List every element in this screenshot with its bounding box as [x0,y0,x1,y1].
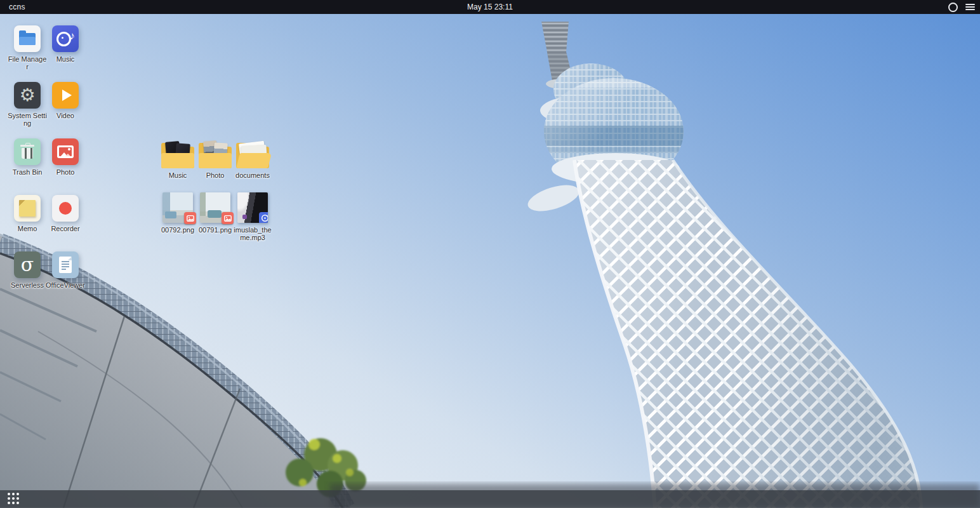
folder-icon [198,140,232,168]
desktop-icon-music-app[interactable]: ♪ Music [46,25,85,63]
photo-app-icon [52,138,79,165]
icon-label: documents [235,171,270,179]
desktop-icon-officeviewer[interactable]: OfficeViewer [46,251,85,289]
clock[interactable]: May 15 23:11 [467,3,513,11]
folder-icon [161,140,195,168]
app-grid-launcher-icon[interactable] [8,493,20,505]
desktop: ccns May 15 23:11 File Manager ♪ Music ⚙… [0,0,980,508]
desktop-icon-memo[interactable]: Memo [8,195,47,232]
desktop-file-00791-png[interactable]: 00791.png [195,192,235,234]
icon-label: Memo [18,225,37,232]
top-bar: ccns May 15 23:11 [0,0,980,14]
status-circle-icon[interactable] [948,3,958,12]
desktop-icon-serverless[interactable]: σ Serverless [8,251,47,289]
image-thumbnail [200,192,230,223]
icon-label: File Manager [8,55,47,70]
icon-label: Recorder [51,225,79,232]
top-bar-right [948,0,975,14]
icon-label: 00791.png [199,226,232,234]
album-art-thumbnail [237,192,268,223]
music-app-icon: ♪ [52,25,79,52]
icon-label: Photo [56,168,75,176]
sticky-note-icon [14,195,41,222]
image-thumbnail [162,192,193,223]
menu-icon[interactable] [965,4,975,11]
hostname-label: ccns [9,3,25,11]
icon-label: OfficeViewer [46,281,85,289]
icon-label: Music [56,55,75,63]
document-icon [52,251,79,278]
icon-label: Trash Bin [13,168,43,176]
icon-label: Photo [206,171,225,179]
desktop-folder-documents[interactable]: documents [232,140,273,179]
gear-icon: ⚙ [14,82,41,109]
icon-label: imuslab_theme.mp3 [232,226,273,241]
icon-label: Video [56,112,74,119]
music-badge-icon [259,212,268,223]
icon-label: Serverless [11,281,44,289]
sigma-icon: σ [14,251,41,278]
desktop-icon-video[interactable]: Video [46,82,85,119]
icon-label: Music [169,171,187,179]
desktop-icon-recorder[interactable]: Recorder [46,195,85,232]
desktop-file-imuslab-theme-mp3[interactable]: imuslab_theme.mp3 [232,192,273,241]
desktop-icon-file-manager[interactable]: File Manager [8,25,47,70]
desktop-folder-music[interactable]: Music [157,140,198,179]
desktop-file-00792-png[interactable]: 00792.png [157,192,198,234]
folder-icon [235,140,270,168]
record-dot-icon [52,195,79,222]
file-manager-icon [14,25,41,52]
icon-label: System Setting [8,112,47,127]
trash-icon [14,138,41,165]
desktop-icon-system-setting[interactable]: ⚙ System Setting [8,82,47,127]
desktop-icon-trash-bin[interactable]: Trash Bin [8,138,47,176]
taskbar [0,490,980,508]
play-icon [52,82,79,109]
icon-label: 00792.png [161,226,194,234]
desktop-icon-photo-app[interactable]: Photo [46,138,85,176]
wallpaper-image [0,0,980,508]
desktop-folder-photo[interactable]: Photo [195,140,235,179]
